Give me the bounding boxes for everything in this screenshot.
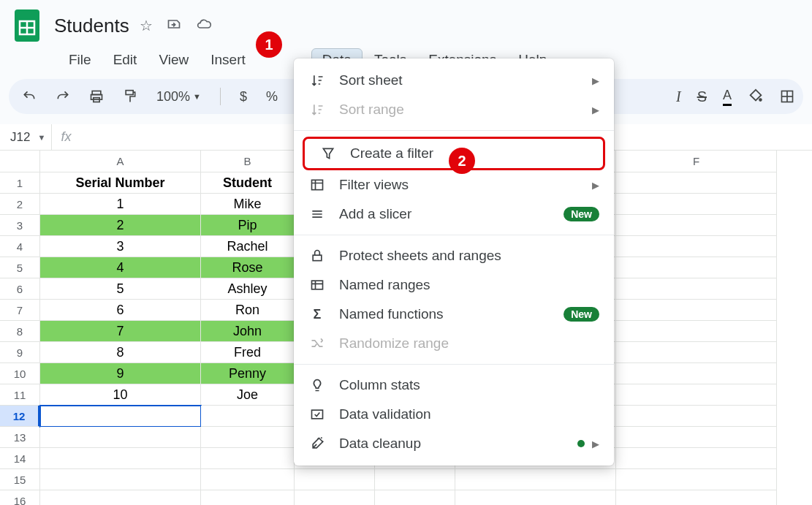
menu-file[interactable]: File bbox=[58, 49, 102, 71]
cell[interactable] bbox=[40, 490, 201, 505]
print-button[interactable] bbox=[89, 89, 104, 104]
select-all-corner[interactable] bbox=[0, 151, 40, 172]
cell[interactable]: 9 bbox=[40, 363, 201, 384]
cell[interactable]: Ashley bbox=[201, 278, 295, 300]
cell[interactable] bbox=[40, 427, 201, 448]
cell[interactable]: 8 bbox=[40, 342, 201, 363]
cell[interactable]: Serial Number bbox=[40, 172, 201, 194]
cell[interactable] bbox=[616, 342, 777, 363]
cell[interactable] bbox=[201, 490, 295, 505]
menu-named-ranges[interactable]: Named ranges bbox=[294, 270, 614, 300]
row-head[interactable]: 8 bbox=[0, 321, 40, 342]
row-head[interactable]: 9 bbox=[0, 342, 40, 363]
name-box[interactable]: J12▼ bbox=[0, 130, 51, 145]
cell[interactable] bbox=[40, 406, 201, 427]
cell[interactable] bbox=[616, 321, 777, 342]
row-head[interactable]: 7 bbox=[0, 300, 40, 321]
row-head[interactable]: 10 bbox=[0, 363, 40, 384]
undo-button[interactable] bbox=[22, 89, 37, 104]
document-title[interactable]: Students bbox=[50, 13, 134, 39]
cell[interactable] bbox=[375, 469, 455, 490]
cell[interactable] bbox=[616, 406, 777, 427]
cell[interactable]: Penny bbox=[201, 363, 295, 384]
move-icon[interactable] bbox=[166, 17, 182, 34]
menu-column-stats[interactable]: Column stats bbox=[294, 371, 614, 400]
row-head[interactable]: 13 bbox=[0, 427, 40, 448]
cell[interactable]: 4 bbox=[40, 257, 201, 278]
row-head[interactable]: 5 bbox=[0, 257, 40, 278]
cell[interactable] bbox=[455, 490, 616, 505]
cell[interactable] bbox=[40, 469, 201, 490]
cell[interactable]: 7 bbox=[40, 321, 201, 342]
cell[interactable] bbox=[616, 448, 777, 469]
cell[interactable]: Rachel bbox=[201, 236, 295, 257]
cell[interactable] bbox=[616, 490, 777, 505]
cell[interactable] bbox=[201, 469, 295, 490]
cell[interactable]: 5 bbox=[40, 278, 201, 300]
menu-named-functions[interactable]: Σ Named functions New bbox=[294, 300, 614, 329]
percent-button[interactable]: % bbox=[266, 89, 278, 105]
cell[interactable] bbox=[201, 406, 295, 427]
cell[interactable]: Ron bbox=[201, 300, 295, 321]
cell[interactable] bbox=[40, 448, 201, 469]
row-head[interactable]: 1 bbox=[0, 172, 40, 194]
col-head-F[interactable]: F bbox=[616, 151, 777, 172]
row-head[interactable]: 12 bbox=[0, 406, 40, 427]
cell[interactable] bbox=[616, 236, 777, 257]
borders-button[interactable] bbox=[780, 89, 794, 104]
text-color-button[interactable]: A bbox=[723, 88, 732, 106]
row-head[interactable]: 11 bbox=[0, 384, 40, 406]
cell[interactable]: Joe bbox=[201, 384, 295, 406]
zoom-select[interactable]: 100% ▼ bbox=[156, 89, 201, 105]
cloud-status-icon[interactable] bbox=[195, 17, 213, 34]
cell[interactable] bbox=[616, 278, 777, 300]
cell[interactable]: Mike bbox=[201, 194, 295, 215]
cell[interactable]: Rose bbox=[201, 257, 295, 278]
currency-button[interactable]: $ bbox=[240, 89, 247, 105]
cell[interactable] bbox=[616, 257, 777, 278]
menu-sort-sheet[interactable]: Sort sheet ▶ bbox=[294, 66, 614, 95]
cell[interactable] bbox=[616, 427, 777, 448]
row-head[interactable]: 15 bbox=[0, 469, 40, 490]
cell[interactable]: Pip bbox=[201, 215, 295, 236]
menu-insert[interactable]: Insert bbox=[200, 49, 256, 71]
strike-button[interactable]: S bbox=[697, 88, 707, 105]
redo-button[interactable] bbox=[56, 89, 70, 104]
cell[interactable]: 3 bbox=[40, 236, 201, 257]
cell[interactable] bbox=[616, 384, 777, 406]
cell[interactable] bbox=[201, 448, 295, 469]
menu-view[interactable]: View bbox=[148, 49, 199, 71]
cell[interactable] bbox=[616, 363, 777, 384]
menu-add-slicer[interactable]: Add a slicer New bbox=[294, 200, 614, 229]
fill-color-button[interactable] bbox=[748, 88, 764, 105]
cell[interactable]: 1 bbox=[40, 194, 201, 215]
cell[interactable]: Student bbox=[201, 172, 295, 194]
col-head-B[interactable]: B bbox=[201, 151, 295, 172]
sheets-logo[interactable] bbox=[12, 6, 42, 45]
cell[interactable]: Fred bbox=[201, 342, 295, 363]
cell[interactable] bbox=[616, 194, 777, 215]
star-icon[interactable]: ☆ bbox=[140, 17, 153, 34]
menu-data-validation[interactable]: Data validation bbox=[294, 400, 614, 429]
cell[interactable] bbox=[616, 469, 777, 490]
menu-data-cleanup[interactable]: Data cleanup ▶ bbox=[294, 429, 614, 458]
row-head[interactable]: 16 bbox=[0, 490, 40, 505]
cell[interactable] bbox=[295, 469, 375, 490]
italic-button[interactable]: I bbox=[676, 88, 681, 105]
menu-filter-views[interactable]: Filter views ▶ bbox=[294, 170, 614, 200]
paint-format-button[interactable] bbox=[123, 88, 137, 105]
menu-edit[interactable]: Edit bbox=[103, 49, 148, 71]
cell[interactable] bbox=[375, 490, 455, 505]
cell[interactable] bbox=[616, 215, 777, 236]
cell[interactable]: John bbox=[201, 321, 295, 342]
cell[interactable] bbox=[455, 469, 616, 490]
menu-protect-sheets[interactable]: Protect sheets and ranges bbox=[294, 241, 614, 270]
row-head[interactable]: 6 bbox=[0, 278, 40, 300]
cell[interactable]: 2 bbox=[40, 215, 201, 236]
row-head[interactable]: 14 bbox=[0, 448, 40, 469]
cell[interactable] bbox=[616, 172, 777, 194]
cell[interactable]: 10 bbox=[40, 384, 201, 406]
col-head-A[interactable]: A bbox=[40, 151, 201, 172]
row-head[interactable]: 4 bbox=[0, 236, 40, 257]
cell[interactable] bbox=[616, 300, 777, 321]
